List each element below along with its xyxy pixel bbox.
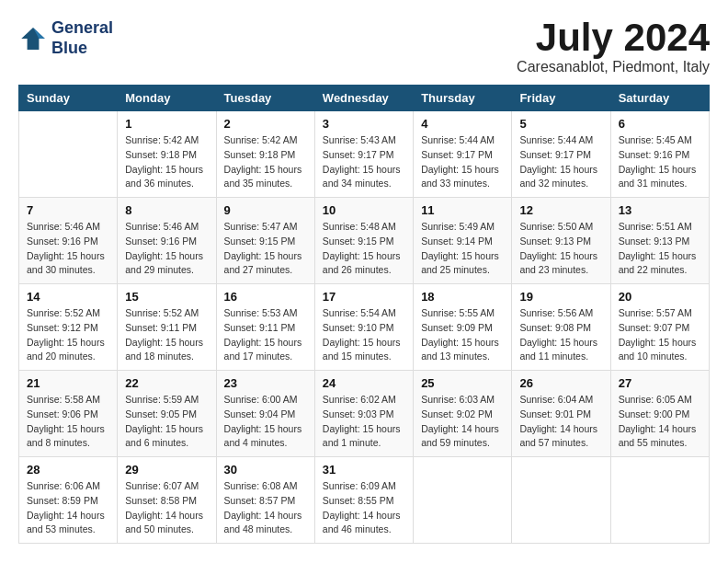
day-number: 25: [421, 376, 504, 390]
day-info: Sunrise: 5:42 AMSunset: 9:18 PMDaylight:…: [125, 133, 208, 191]
day-number: 29: [125, 463, 208, 477]
calendar-cell: 16Sunrise: 5:53 AMSunset: 9:11 PMDayligh…: [216, 284, 314, 371]
day-number: 30: [224, 463, 307, 477]
day-number: 20: [619, 290, 701, 304]
calendar-cell: [19, 111, 118, 198]
day-number: 17: [323, 290, 405, 304]
weekday-header: Sunday: [19, 86, 118, 111]
day-info: Sunrise: 5:47 AMSunset: 9:15 PMDaylight:…: [224, 220, 307, 278]
weekday-header: Monday: [118, 86, 216, 111]
day-number: 1: [125, 117, 208, 131]
logo-text: General Blue: [51, 18, 113, 58]
calendar-cell: 4Sunrise: 5:44 AMSunset: 9:17 PMDaylight…: [414, 111, 512, 198]
day-number: 15: [125, 290, 208, 304]
day-number: 16: [224, 290, 307, 304]
day-info: Sunrise: 5:52 AMSunset: 9:11 PMDaylight:…: [125, 306, 208, 364]
calendar-cell: 23Sunrise: 6:00 AMSunset: 9:04 PMDayligh…: [216, 371, 314, 457]
day-info: Sunrise: 5:54 AMSunset: 9:10 PMDaylight:…: [323, 306, 405, 364]
weekday-header: Thursday: [414, 86, 512, 111]
day-info: Sunrise: 5:45 AMSunset: 9:16 PMDaylight:…: [619, 133, 701, 191]
day-info: Sunrise: 6:02 AMSunset: 9:03 PMDaylight:…: [323, 393, 405, 451]
day-info: Sunrise: 5:42 AMSunset: 9:18 PMDaylight:…: [224, 133, 307, 191]
calendar-cell: 5Sunrise: 5:44 AMSunset: 9:17 PMDaylight…: [512, 111, 610, 198]
day-number: 4: [421, 117, 504, 131]
day-number: 24: [323, 376, 405, 390]
calendar-cell: [512, 457, 610, 544]
calendar-cell: 15Sunrise: 5:52 AMSunset: 9:11 PMDayligh…: [118, 284, 216, 371]
day-info: Sunrise: 5:52 AMSunset: 9:12 PMDaylight:…: [27, 306, 109, 364]
calendar-cell: 31Sunrise: 6:09 AMSunset: 8:55 PMDayligh…: [314, 457, 413, 544]
day-info: Sunrise: 5:59 AMSunset: 9:05 PMDaylight:…: [125, 393, 208, 451]
calendar-cell: 9Sunrise: 5:47 AMSunset: 9:15 PMDaylight…: [216, 198, 314, 284]
day-number: 3: [323, 117, 405, 131]
day-info: Sunrise: 5:58 AMSunset: 9:06 PMDaylight:…: [27, 393, 109, 451]
day-number: 2: [224, 117, 307, 131]
calendar-cell: 28Sunrise: 6:06 AMSunset: 8:59 PMDayligh…: [19, 457, 118, 544]
day-info: Sunrise: 5:49 AMSunset: 9:14 PMDaylight:…: [421, 220, 504, 278]
month-year-title: July 2024: [517, 18, 710, 57]
calendar-cell: 14Sunrise: 5:52 AMSunset: 9:12 PMDayligh…: [19, 284, 118, 371]
day-number: 27: [619, 376, 701, 390]
day-number: 22: [125, 376, 208, 390]
calendar-cell: 20Sunrise: 5:57 AMSunset: 9:07 PMDayligh…: [610, 284, 709, 371]
calendar-cell: 12Sunrise: 5:50 AMSunset: 9:13 PMDayligh…: [512, 198, 610, 284]
calendar-cell: 17Sunrise: 5:54 AMSunset: 9:10 PMDayligh…: [314, 284, 413, 371]
day-info: Sunrise: 5:57 AMSunset: 9:07 PMDaylight:…: [619, 306, 701, 364]
day-number: 28: [27, 463, 109, 477]
calendar-table: SundayMondayTuesdayWednesdayThursdayFrid…: [18, 85, 710, 544]
calendar-cell: 19Sunrise: 5:56 AMSunset: 9:08 PMDayligh…: [512, 284, 610, 371]
calendar-week-row: 7Sunrise: 5:46 AMSunset: 9:16 PMDaylight…: [19, 198, 710, 284]
calendar-cell: [610, 457, 709, 544]
calendar-cell: 6Sunrise: 5:45 AMSunset: 9:16 PMDaylight…: [610, 111, 709, 198]
logo: General Blue: [18, 18, 113, 58]
calendar-week-row: 1Sunrise: 5:42 AMSunset: 9:18 PMDaylight…: [19, 111, 710, 198]
weekday-header-row: SundayMondayTuesdayWednesdayThursdayFrid…: [19, 86, 710, 111]
calendar-cell: 22Sunrise: 5:59 AMSunset: 9:05 PMDayligh…: [118, 371, 216, 457]
day-number: 31: [323, 463, 405, 477]
day-info: Sunrise: 5:43 AMSunset: 9:17 PMDaylight:…: [323, 133, 405, 191]
calendar-cell: 26Sunrise: 6:04 AMSunset: 9:01 PMDayligh…: [512, 371, 610, 457]
calendar-cell: 24Sunrise: 6:02 AMSunset: 9:03 PMDayligh…: [314, 371, 413, 457]
calendar-cell: 30Sunrise: 6:08 AMSunset: 8:57 PMDayligh…: [216, 457, 314, 544]
day-info: Sunrise: 5:56 AMSunset: 9:08 PMDaylight:…: [519, 306, 602, 364]
logo-icon: [18, 24, 48, 53]
day-info: Sunrise: 5:53 AMSunset: 9:11 PMDaylight:…: [224, 306, 307, 364]
day-info: Sunrise: 6:09 AMSunset: 8:55 PMDaylight:…: [323, 479, 405, 537]
day-number: 14: [27, 290, 109, 304]
day-info: Sunrise: 6:04 AMSunset: 9:01 PMDaylight:…: [519, 393, 602, 451]
calendar-cell: 11Sunrise: 5:49 AMSunset: 9:14 PMDayligh…: [414, 198, 512, 284]
day-number: 5: [519, 117, 602, 131]
day-number: 11: [421, 203, 504, 217]
weekday-header: Tuesday: [216, 86, 314, 111]
day-number: 7: [27, 203, 109, 217]
calendar-cell: 13Sunrise: 5:51 AMSunset: 9:13 PMDayligh…: [610, 198, 709, 284]
day-info: Sunrise: 5:46 AMSunset: 9:16 PMDaylight:…: [27, 220, 109, 278]
location-subtitle: Caresanablot, Piedmont, Italy: [517, 59, 710, 75]
weekday-header: Saturday: [610, 86, 709, 111]
day-info: Sunrise: 6:08 AMSunset: 8:57 PMDaylight:…: [224, 479, 307, 537]
calendar-cell: 25Sunrise: 6:03 AMSunset: 9:02 PMDayligh…: [414, 371, 512, 457]
calendar-cell: 2Sunrise: 5:42 AMSunset: 9:18 PMDaylight…: [216, 111, 314, 198]
calendar-cell: 29Sunrise: 6:07 AMSunset: 8:58 PMDayligh…: [118, 457, 216, 544]
day-number: 19: [519, 290, 602, 304]
day-info: Sunrise: 6:00 AMSunset: 9:04 PMDaylight:…: [224, 393, 307, 451]
calendar-cell: 10Sunrise: 5:48 AMSunset: 9:15 PMDayligh…: [314, 198, 413, 284]
day-info: Sunrise: 6:03 AMSunset: 9:02 PMDaylight:…: [421, 393, 504, 451]
day-info: Sunrise: 5:48 AMSunset: 9:15 PMDaylight:…: [323, 220, 405, 278]
day-info: Sunrise: 5:51 AMSunset: 9:13 PMDaylight:…: [619, 220, 701, 278]
weekday-header: Wednesday: [314, 86, 413, 111]
day-number: 12: [519, 203, 602, 217]
day-number: 26: [519, 376, 602, 390]
calendar-cell: 21Sunrise: 5:58 AMSunset: 9:06 PMDayligh…: [19, 371, 118, 457]
calendar-cell: [414, 457, 512, 544]
day-number: 6: [619, 117, 701, 131]
page-header: General Blue July 2024 Caresanablot, Pie…: [18, 18, 710, 75]
weekday-header: Friday: [512, 86, 610, 111]
day-info: Sunrise: 5:50 AMSunset: 9:13 PMDaylight:…: [519, 220, 602, 278]
calendar-cell: 7Sunrise: 5:46 AMSunset: 9:16 PMDaylight…: [19, 198, 118, 284]
calendar-week-row: 14Sunrise: 5:52 AMSunset: 9:12 PMDayligh…: [19, 284, 710, 371]
calendar-cell: 27Sunrise: 6:05 AMSunset: 9:00 PMDayligh…: [610, 371, 709, 457]
day-info: Sunrise: 5:55 AMSunset: 9:09 PMDaylight:…: [421, 306, 504, 364]
day-number: 21: [27, 376, 109, 390]
day-info: Sunrise: 6:06 AMSunset: 8:59 PMDaylight:…: [27, 479, 109, 537]
